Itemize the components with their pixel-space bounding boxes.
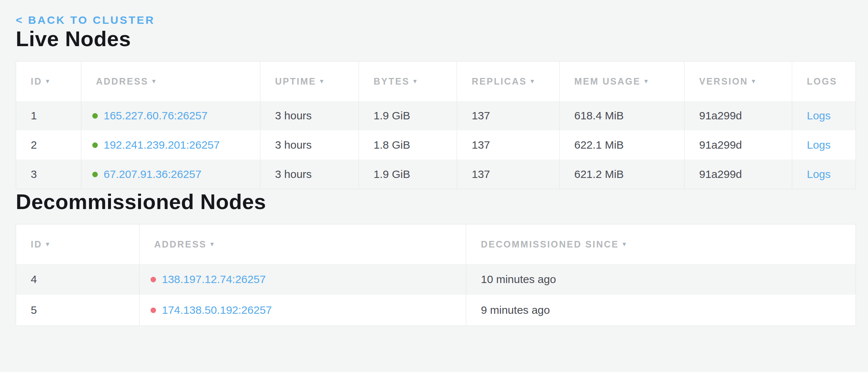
node-version-cell: 91a299d (685, 101, 792, 130)
column-header-bytes[interactable]: BYTES▾ (359, 62, 457, 101)
sort-arrow-icon: ▾ (413, 77, 417, 85)
column-header-id[interactable]: ID▾ (16, 62, 81, 101)
live-status-dot-icon (92, 172, 98, 177)
sort-arrow-icon: ▾ (320, 77, 323, 85)
node-address-cell: 67.207.91.36:26257 (81, 160, 260, 189)
column-header-label: REPLICAS (472, 76, 527, 86)
column-header-address[interactable]: ADDRESS▾ (81, 62, 260, 101)
sort-arrow-icon: ▾ (210, 240, 214, 248)
column-header-label: ADDRESS (96, 76, 148, 86)
decommissioned-since-cell: 9 minutes ago (466, 295, 856, 326)
column-header-label: ID (31, 76, 42, 86)
decommissioned-status-dot-icon (151, 308, 156, 313)
node-uptime-cell: 3 hours (260, 160, 359, 189)
node-logs-link[interactable]: Logs (807, 168, 831, 180)
column-header-label: ADDRESS (154, 239, 207, 249)
node-mem-usage-cell: 618.4 MiB (560, 101, 685, 130)
table-row-node-4: 4 138.197.12.74:26257 10 minutes ago (16, 264, 856, 295)
sort-arrow-icon: ▾ (530, 77, 534, 85)
node-address-link[interactable]: 67.207.91.36:26257 (104, 168, 201, 180)
sort-arrow-icon: ▾ (752, 77, 756, 85)
node-id-cell: 3 (16, 160, 81, 189)
column-header-address[interactable]: ADDRESS▾ (140, 224, 466, 264)
node-logs-cell: Logs (792, 101, 856, 130)
node-id-cell: 1 (16, 101, 81, 130)
node-address-link[interactable]: 165.227.60.76:26257 (104, 109, 208, 122)
node-address-cell: 174.138.50.192:26257 (140, 295, 466, 326)
live-status-dot-icon (92, 142, 98, 148)
node-bytes-cell: 1.9 GiB (359, 101, 457, 130)
node-address-link[interactable]: 138.197.12.74:26257 (162, 273, 266, 285)
sort-arrow-icon: ▾ (46, 240, 49, 248)
live-status-dot-icon (92, 113, 98, 119)
column-header-label: BYTES (374, 76, 409, 86)
table-row-node-2: 2 192.241.239.201:26257 3 hours 1.8 GiB … (16, 130, 856, 160)
node-version-cell: 91a299d (685, 130, 792, 160)
node-version-cell: 91a299d (685, 160, 792, 189)
back-to-cluster-link[interactable]: < BACK TO CLUSTER (16, 14, 155, 26)
table-row-node-5: 5 174.138.50.192:26257 9 minutes ago (16, 295, 856, 326)
column-header-version[interactable]: VERSION▾ (685, 62, 792, 101)
node-address-cell: 165.227.60.76:26257 (81, 101, 260, 130)
table-row-node-3: 3 67.207.91.36:26257 3 hours 1.9 GiB 137… (16, 160, 856, 189)
node-mem-usage-cell: 621.2 MiB (560, 160, 685, 189)
column-header-label: DECOMMISSIONED SINCE (481, 239, 619, 249)
live-nodes-table: ID▾ ADDRESS▾ UPTIME▾ BYTES▾ REPLICAS▾ ME… (16, 61, 856, 189)
decommissioned-header-row: ID▾ ADDRESS▾ DECOMMISSIONED SINCE▾ (16, 224, 856, 264)
decommissioned-since-cell: 10 minutes ago (466, 264, 856, 295)
column-header-label: LOGS (807, 76, 837, 86)
table-row-node-1: 1 165.227.60.76:26257 3 hours 1.9 GiB 13… (16, 101, 856, 130)
node-logs-cell: Logs (792, 130, 856, 160)
node-address-link[interactable]: 174.138.50.192:26257 (162, 304, 272, 316)
node-id-cell: 5 (16, 295, 140, 326)
node-logs-link[interactable]: Logs (807, 109, 831, 122)
column-header-label: ID (31, 239, 42, 249)
column-header-label: UPTIME (275, 76, 316, 86)
column-header-uptime[interactable]: UPTIME▾ (260, 62, 359, 101)
node-replicas-cell: 137 (457, 160, 560, 189)
sort-arrow-icon: ▾ (46, 77, 49, 85)
column-header-id[interactable]: ID▾ (16, 224, 140, 264)
node-uptime-cell: 3 hours (260, 130, 359, 160)
node-bytes-cell: 1.8 GiB (359, 130, 457, 160)
live-nodes-title: Live Nodes (16, 26, 856, 51)
node-uptime-cell: 3 hours (260, 101, 359, 130)
column-header-label: VERSION (699, 76, 748, 86)
decommissioned-status-dot-icon (151, 277, 156, 282)
sort-arrow-icon: ▾ (623, 240, 626, 248)
column-header-replicas[interactable]: REPLICAS▾ (457, 62, 560, 101)
node-id-cell: 4 (16, 264, 140, 295)
node-address-cell: 192.241.239.201:26257 (81, 130, 260, 160)
node-address-cell: 138.197.12.74:26257 (140, 264, 466, 295)
node-bytes-cell: 1.9 GiB (359, 160, 457, 189)
node-replicas-cell: 137 (457, 101, 560, 130)
node-address-link[interactable]: 192.241.239.201:26257 (104, 139, 220, 151)
column-header-mem-usage[interactable]: MEM USAGE▾ (560, 62, 685, 101)
column-header-label: MEM USAGE (574, 76, 641, 86)
column-header-decommissioned-since[interactable]: DECOMMISSIONED SINCE▾ (466, 224, 856, 264)
sort-arrow-icon: ▾ (644, 77, 648, 85)
node-logs-cell: Logs (792, 160, 856, 189)
node-id-cell: 2 (16, 130, 81, 160)
node-mem-usage-cell: 622.1 MiB (560, 130, 685, 160)
decommissioned-nodes-title: Decommissioned Nodes (16, 189, 856, 214)
sort-arrow-icon: ▾ (152, 77, 156, 85)
node-replicas-cell: 137 (457, 130, 560, 160)
node-logs-link[interactable]: Logs (807, 139, 831, 151)
live-nodes-header-row: ID▾ ADDRESS▾ UPTIME▾ BYTES▾ REPLICAS▾ ME… (16, 62, 856, 101)
column-header-logs: LOGS (792, 62, 856, 101)
decommissioned-nodes-table: ID▾ ADDRESS▾ DECOMMISSIONED SINCE▾ 4 138… (16, 224, 856, 326)
